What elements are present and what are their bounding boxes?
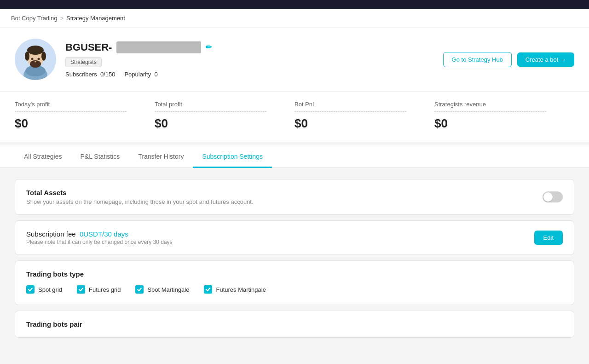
edit-subscription-fee-button[interactable]: Edit xyxy=(534,231,563,245)
checkboxes-row: Spot grid Futures grid xyxy=(26,278,563,295)
tab-pnl-statistics[interactable]: P&L Statistics xyxy=(71,145,129,168)
checkbox-futures-martingale[interactable]: Futures Martingale xyxy=(204,285,266,294)
subscription-fee-card: Subscription fee 0USDT/30 days Please no… xyxy=(15,220,574,255)
avatar xyxy=(15,39,56,80)
popularity-stat: Popularity 0 xyxy=(124,71,157,78)
checkbox-spot-martingale[interactable]: Spot Martingale xyxy=(135,285,189,294)
tab-all-strategies[interactable]: All Strategies xyxy=(15,145,71,168)
total-assets-section: Total Assets Show your assets on the hom… xyxy=(15,179,574,214)
trading-bots-type-card: Trading bots type Spot grid xyxy=(15,260,574,305)
tabs-bar: All Strategies P&L Statistics Transfer H… xyxy=(0,145,589,168)
checkbox-futures-grid[interactable]: Futures grid xyxy=(77,285,121,294)
stat-total-profit-label: Total profit xyxy=(155,101,294,108)
checkbox-spot-grid-label: Spot grid xyxy=(38,286,62,293)
go-to-strategy-hub-button[interactable]: Go to Strategy Hub xyxy=(443,52,512,67)
stat-todays-profit-label: Today's profit xyxy=(15,101,155,108)
trading-bots-pair-section: Trading bots pair xyxy=(15,311,574,337)
profile-stats: Subscribers 0/150 Popularity 0 xyxy=(65,71,212,78)
trading-bots-type-section: Trading bots type Spot grid xyxy=(15,261,574,305)
subscribers-label: Subscribers xyxy=(65,71,97,78)
checkbox-spot-martingale-label: Spot Martingale xyxy=(147,286,189,293)
profile-username: BGUSER-██████████ ✏ xyxy=(65,41,212,53)
edit-icon[interactable]: ✏ xyxy=(206,43,212,52)
subscribers-max: /150 xyxy=(104,71,115,78)
breadcrumb: Bot Copy Trading > Strategy Management xyxy=(0,9,589,28)
badge-container: Strategists xyxy=(65,57,212,67)
stat-todays-profit: Today's profit $0 xyxy=(15,101,155,131)
create-bot-button[interactable]: Create a bot → xyxy=(517,52,574,67)
breadcrumb-separator: > xyxy=(60,15,64,22)
profile-section: BGUSER-██████████ ✏ Strategists Subscrib… xyxy=(0,28,589,92)
svg-point-9 xyxy=(31,58,34,60)
stat-divider xyxy=(294,111,406,112)
stat-total-profit-value: $0 xyxy=(155,116,294,131)
trading-bots-pair-title: Trading bots pair xyxy=(26,320,563,328)
trading-bots-type-title: Trading bots type xyxy=(26,270,563,278)
stats-row: Today's profit $0 Total profit $0 Bot Pn… xyxy=(0,92,589,145)
popularity-label: Popularity xyxy=(124,71,151,78)
total-assets-toggle[interactable] xyxy=(543,191,563,202)
profile-actions: Go to Strategy Hub Create a bot → xyxy=(443,52,574,67)
strategists-badge: Strategists xyxy=(65,57,102,67)
stat-divider xyxy=(15,111,127,112)
stat-divider xyxy=(434,111,546,112)
username-prefix: BGUSER- xyxy=(65,41,112,53)
subscription-fee-title: Subscription fee 0USDT/30 days xyxy=(26,230,173,238)
stat-strategists-revenue: Strategists revenue $0 xyxy=(434,101,574,131)
checkbox-spot-grid-box xyxy=(26,285,35,294)
total-assets-left: Total Assets Show your assets on the hom… xyxy=(26,189,254,205)
stat-todays-profit-value: $0 xyxy=(15,116,155,131)
stat-total-profit: Total profit $0 xyxy=(155,101,294,131)
checkbox-futures-grid-label: Futures grid xyxy=(89,286,121,293)
breadcrumb-current: Strategy Management xyxy=(66,15,125,22)
username-masked: ██████████ xyxy=(116,41,201,53)
subscription-fee-note: Please note that it can only be changed … xyxy=(26,239,173,245)
subscription-fee-value: 0USDT/30 days xyxy=(80,230,128,238)
subscription-fee-left: Subscription fee 0USDT/30 days Please no… xyxy=(26,230,173,245)
svg-point-11 xyxy=(35,61,36,63)
checkbox-futures-martingale-box xyxy=(204,285,212,294)
breadcrumb-link[interactable]: Bot Copy Trading xyxy=(11,15,57,22)
svg-point-7 xyxy=(41,52,46,61)
subscription-fee-section: Subscription fee 0USDT/30 days Please no… xyxy=(15,221,574,254)
stat-bot-pnl-value: $0 xyxy=(294,116,434,131)
checkbox-futures-grid-box xyxy=(77,285,85,294)
stat-strategists-revenue-value: $0 xyxy=(434,116,574,131)
tab-transfer-history[interactable]: Transfer History xyxy=(129,145,193,168)
total-assets-desc: Show your assets on the homepage, includ… xyxy=(26,198,254,205)
checkbox-futures-martingale-label: Futures Martingale xyxy=(216,286,266,293)
stat-divider xyxy=(155,111,266,112)
popularity-value: 0 xyxy=(154,71,157,78)
stat-bot-pnl: Bot PnL $0 xyxy=(294,101,434,131)
trading-bots-pair-card: Trading bots pair xyxy=(15,311,574,338)
checkbox-spot-martingale-box xyxy=(135,285,144,294)
top-bar xyxy=(0,0,589,9)
checkbox-spot-grid[interactable]: Spot grid xyxy=(26,285,62,294)
tab-subscription-settings[interactable]: Subscription Settings xyxy=(193,145,272,168)
content-area: Total Assets Show your assets on the hom… xyxy=(0,168,589,354)
profile-left: BGUSER-██████████ ✏ Strategists Subscrib… xyxy=(15,39,212,80)
total-assets-card: Total Assets Show your assets on the hom… xyxy=(15,179,574,215)
profile-info: BGUSER-██████████ ✏ Strategists Subscrib… xyxy=(65,41,212,78)
svg-point-5 xyxy=(27,46,44,55)
total-assets-title: Total Assets xyxy=(26,189,254,196)
subscribers-stat: Subscribers 0/150 xyxy=(65,71,115,78)
subscription-fee-label: Subscription fee xyxy=(26,230,76,238)
stat-bot-pnl-label: Bot PnL xyxy=(294,101,434,108)
stat-strategists-revenue-label: Strategists revenue xyxy=(434,101,574,108)
svg-point-6 xyxy=(25,52,29,61)
svg-point-10 xyxy=(38,58,40,60)
